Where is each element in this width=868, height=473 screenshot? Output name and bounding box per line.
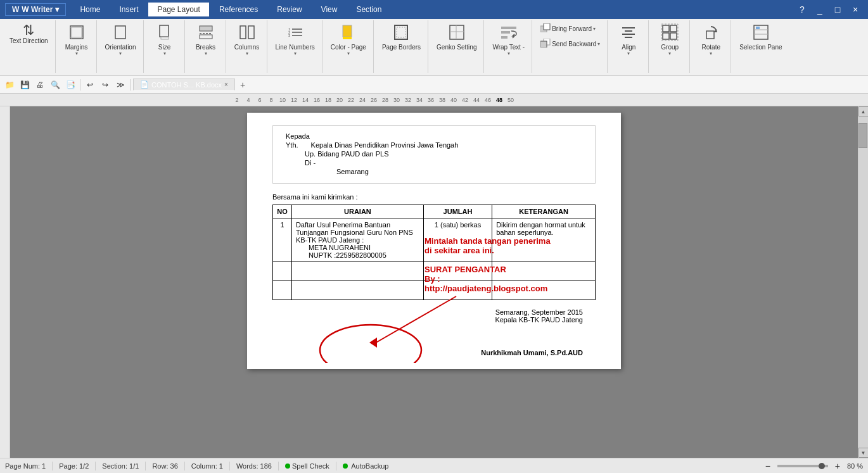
- spell-check-label: Spell Check: [292, 462, 329, 470]
- toolbar-separator-2: [130, 79, 131, 91]
- up-line: Up. Bidang PAUD dan PLS: [286, 150, 582, 158]
- svg-rect-32: [540, 41, 547, 47]
- ribbon-group-order: Bring Forward ▾ Send Backward ▾: [533, 20, 608, 73]
- ribbon-group-page-color: Color - Page ▾: [324, 20, 374, 73]
- cell-keterangan: Dikirim dengan hormat untuk bahan seperl…: [492, 218, 596, 262]
- columns-button[interactable]: Columns ▾: [231, 22, 263, 58]
- tab-references[interactable]: References: [210, 3, 267, 16]
- status-sep-4: [184, 462, 185, 470]
- table-row-empty-2: [273, 281, 596, 300]
- text-direction-icon: ⇅: [23, 23, 34, 37]
- redo-button[interactable]: ↪: [98, 78, 112, 92]
- tab-home[interactable]: Home: [71, 3, 109, 16]
- bring-forward-dropdown-icon: ▾: [593, 26, 596, 32]
- svg-rect-5: [115, 26, 125, 39]
- minimize-button[interactable]: _: [812, 3, 827, 16]
- line-numbers-label: Line Numbers: [276, 44, 315, 51]
- city-label: Semarang,: [495, 308, 530, 316]
- pdf-button[interactable]: 📑: [63, 78, 77, 92]
- save-button[interactable]: 💾: [18, 78, 32, 92]
- genko-setting-button[interactable]: Genko Setting: [433, 22, 480, 53]
- tab-view[interactable]: View: [312, 3, 347, 16]
- zoom-level: 80 %: [847, 462, 863, 470]
- restore-button[interactable]: □: [830, 3, 845, 16]
- ribbon-group-line-numbers: 1 2 3 Line Numbers ▾: [269, 20, 322, 73]
- selection-pane-label: Selection Pane: [739, 44, 782, 51]
- left-ruler: [0, 106, 10, 458]
- undo-button[interactable]: ↩: [83, 78, 97, 92]
- bring-forward-button[interactable]: Bring Forward ▾: [537, 22, 603, 35]
- ribbon-group-genko: Genko Setting: [430, 20, 484, 73]
- breaks-button[interactable]: Breaks ▾: [190, 22, 222, 58]
- group-button[interactable]: Group ▾: [654, 22, 686, 58]
- page-borders-button[interactable]: Page Borders: [379, 22, 424, 53]
- wrap-text-button[interactable]: Wrap Text - ▾: [489, 22, 528, 58]
- status-sep-3: [145, 462, 146, 470]
- svg-rect-0: [70, 26, 83, 39]
- writer-menu-button[interactable]: W W Writer ▾: [5, 3, 66, 16]
- scroll-thumb[interactable]: [858, 123, 867, 148]
- genko-label: Genko Setting: [437, 44, 476, 51]
- table-container: NO URAIAN JUMLAH KETERANGAN 1 Daftar Usu…: [272, 205, 596, 300]
- bersama-line: Bersama ini kami kirimkan :: [272, 193, 596, 201]
- folder-open-icon[interactable]: 📁: [3, 78, 16, 92]
- svg-rect-47: [756, 27, 760, 29]
- di-text: Di -: [305, 159, 316, 167]
- signature-name: Nurkhikmah Umami, S.Pd.AUD: [481, 349, 583, 356]
- city-text: Semarang: [336, 168, 369, 175]
- line-numbers-button[interactable]: 1 2 3 Line Numbers ▾: [272, 22, 318, 58]
- svg-rect-11: [240, 26, 246, 39]
- page-num-status: Page Num: 1: [5, 462, 46, 470]
- document-tab[interactable]: 📄 CONTOH S... KB.docx ×: [133, 79, 235, 91]
- orientation-label: Orientation: [105, 44, 136, 51]
- text-direction-button[interactable]: ⇅ Text Direction: [6, 22, 51, 46]
- tab-review[interactable]: Review: [268, 3, 310, 16]
- ribbon-group-size: Size ▾: [145, 20, 185, 73]
- scroll-down-button[interactable]: ▼: [858, 448, 869, 458]
- svg-rect-6: [160, 25, 169, 37]
- header-keterangan: KETERANGAN: [492, 205, 596, 218]
- size-button[interactable]: Size ▾: [149, 22, 181, 58]
- section-status: Section: 1/1: [102, 462, 139, 470]
- scroll-track[interactable]: [858, 117, 868, 448]
- align-button[interactable]: Align ▾: [613, 22, 644, 58]
- column-status: Column: 1: [191, 462, 223, 470]
- svg-rect-37: [663, 25, 669, 32]
- close-tab-button[interactable]: ×: [224, 81, 228, 88]
- kb-text: KB-TK PAUD Jateng :: [296, 236, 419, 244]
- print-preview-button[interactable]: 🔍: [48, 78, 62, 92]
- rotate-button[interactable]: Rotate ▾: [695, 22, 727, 58]
- zoom-in-button[interactable]: +: [832, 460, 843, 472]
- svg-rect-43: [706, 31, 714, 39]
- page-color-label: Color - Page: [331, 44, 366, 51]
- page-color-button[interactable]: Color - Page ▾: [328, 22, 369, 58]
- print-button[interactable]: 🖨: [33, 78, 47, 92]
- file-icon: 📄: [140, 80, 149, 89]
- rotate-icon: [702, 23, 720, 44]
- document-area[interactable]: Kepada Yth. Kepala Dinas Pendidikan Prov…: [10, 106, 858, 458]
- zoom-slider[interactable]: [777, 465, 828, 467]
- ruler: 2 4 6 8 10 12 14 16 18 20 22 24 26 28 30…: [0, 94, 868, 106]
- send-backward-button[interactable]: Send Backward ▾: [537, 37, 603, 51]
- margins-button[interactable]: Margins ▾: [61, 22, 93, 58]
- navigator-button[interactable]: ≫: [113, 78, 127, 92]
- help-icon[interactable]: ?: [795, 3, 810, 16]
- add-tab-button[interactable]: +: [236, 79, 249, 91]
- zoom-out-button[interactable]: −: [762, 460, 774, 472]
- tab-page-layout[interactable]: Page Layout: [148, 3, 208, 16]
- selection-pane-button[interactable]: Selection Pane: [736, 22, 785, 53]
- ribbon-group-columns: Columns ▾: [227, 20, 267, 73]
- tab-insert[interactable]: Insert: [110, 3, 147, 16]
- row-status: Row: 36: [152, 462, 177, 470]
- date-label: September 2015: [532, 308, 583, 316]
- yth-line: Yth. Kepala Dinas Pendidikan Provinsi Ja…: [286, 141, 582, 149]
- genko-icon: [448, 23, 466, 44]
- close-button[interactable]: ×: [848, 3, 863, 16]
- orientation-button[interactable]: Orientation ▾: [102, 22, 139, 58]
- auto-backup-label: AutoBackup: [351, 462, 388, 470]
- scroll-up-button[interactable]: ▲: [858, 106, 869, 117]
- filename: CONTOH S... KB.docx: [151, 81, 222, 89]
- table-row-empty-1: [273, 262, 596, 281]
- orientation-dropdown-icon: ▾: [119, 51, 122, 56]
- tab-section[interactable]: Section: [347, 3, 390, 16]
